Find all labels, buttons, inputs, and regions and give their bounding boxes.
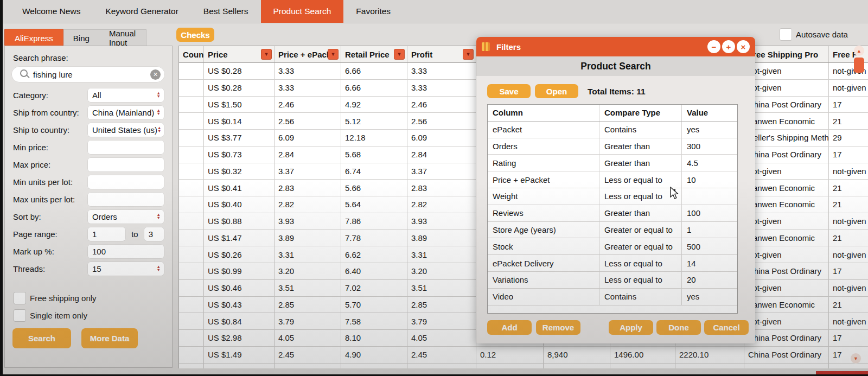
field-control[interactable]: China (Mainland) ▲▼ [87,105,164,120]
source-tab[interactable]: Bing [63,30,99,46]
dialog-title-bar[interactable]: Filters − + × [476,37,755,56]
filter-value[interactable]: yes [682,122,737,138]
filter-value[interactable]: 20 [682,272,737,288]
filter-value[interactable]: 500 [682,238,737,254]
column-header-country[interactable]: Country [179,46,204,62]
field-control[interactable]: All ▲▼ [87,88,164,103]
scroll-up-icon[interactable]: ▲ [854,46,864,56]
filter-value[interactable]: yes [682,289,737,305]
field-control[interactable]: United States (us) ▲▼ [87,123,164,137]
filter-compare-type[interactable]: Greater or equal to [599,238,682,254]
filter-row[interactable]: ePacket Delivery Less or equal to 14 [488,255,737,272]
column-header-retail-price[interactable]: Retail Price▼ [341,46,407,62]
filter-row[interactable]: Video Contains yes [488,289,737,305]
column-header-price[interactable]: Price▼ [204,46,275,62]
filter-compare-type[interactable]: Greater than [599,205,682,221]
filter-value[interactable]: 300 [682,138,737,155]
filter-compare-type[interactable]: Greater than [599,138,682,155]
field-control[interactable]: 15 ▲▼ [87,262,164,276]
maximize-icon[interactable]: + [722,40,735,53]
remove-button[interactable]: Remove [536,320,580,335]
checkbox[interactable] [14,292,26,304]
filter-row[interactable]: Price + ePacket Less or equal to 10 [488,171,737,188]
filter-row[interactable]: Store Age (years) Greater or equal to 1 [488,222,737,239]
source-tab[interactable]: Manual Input [99,30,146,46]
field-control[interactable]: ▲▼ [87,175,164,189]
table-row[interactable]: US $1.49 2.45 4.90 2.45 0.12 8,940 1496.… [179,347,868,364]
field-control[interactable]: ▲▼ [87,192,164,207]
field-control[interactable]: Orders ▲▼ [87,209,164,224]
checks-button[interactable]: Checks [176,28,214,42]
filter-value[interactable]: 4.5 [682,155,737,171]
column-header-price-epacket[interactable]: Price + ePacket▼ [275,46,341,62]
filter-compare-type[interactable]: Less or equal to [599,255,682,271]
filter-compare-type[interactable]: Less or equal to [599,272,682,288]
filter-row[interactable]: Reviews Greater than 100 [488,205,737,222]
filter-value[interactable]: 14 [682,255,737,271]
cell-country [179,113,204,129]
field-control[interactable]: 100 ▲▼ [87,244,164,259]
filter-value[interactable]: 100 [682,205,737,221]
cell-price: US $0.14 [204,113,275,129]
cancel-button[interactable]: Cancel [704,320,749,335]
more-data-button[interactable]: More Data [81,328,138,348]
main-tab-label: Best Sellers [203,7,248,16]
sidebar-field-row: Max units per lot: ▲▼ [13,192,164,207]
filter-row[interactable]: Rating Greater than 4.5 [488,155,737,171]
field-control[interactable]: ▲▼ [87,157,164,172]
filter-compare-type[interactable]: Contains [599,122,682,138]
checkbox[interactable] [14,309,26,322]
filter-dropdown-icon[interactable]: ▼ [394,49,405,60]
spinner-icon[interactable]: ▲▼ [157,92,163,99]
close-icon[interactable]: × [737,40,750,53]
open-button[interactable]: Open [535,84,578,98]
spinner-icon[interactable]: ▲▼ [157,213,163,220]
column-header-free-shipping[interactable]: Free Shipping Pro [744,46,829,62]
cell-price-epacket: 4.05 [275,330,341,346]
field-control-secondary[interactable]: 3 [144,227,164,241]
filter-row[interactable]: Orders Greater than 300 [488,138,737,155]
main-tab[interactable]: Favorites [343,0,403,23]
search-phrase-label: Search phrase: [13,53,68,62]
filter-compare-type[interactable]: Greater than [599,155,682,171]
scroll-down-icon[interactable]: ▼ [851,353,861,364]
table-row[interactable]: US $0.84 3.89 7.78 3.89 0.07 8,616 1436.… [179,364,868,369]
main-tab[interactable]: Product Search [261,0,344,23]
field-control[interactable]: ▲▼ [87,140,164,155]
column-header-profit[interactable]: Profit▼ [407,46,476,62]
search-input[interactable]: fishing lure × [11,66,165,82]
filter-value[interactable]: 10 [682,171,737,188]
filter-compare-type[interactable]: Less or equal to [599,171,682,188]
filter-value[interactable]: 1 [682,222,737,238]
sidebar-field-row: Ship to country: United States (us) ▲▼ [13,122,164,137]
filter-row[interactable]: Weight Less or equal to [488,188,737,205]
filter-compare-type[interactable]: Contains [599,289,682,305]
main-tab[interactable]: Best Sellers [191,0,261,23]
add-button[interactable]: Add [487,320,532,335]
minimize-icon[interactable]: − [707,40,720,53]
clear-icon[interactable]: × [150,69,161,80]
autosave-checkbox[interactable] [780,28,792,41]
spinner-icon[interactable]: ▲▼ [157,109,163,116]
spinner-icon[interactable]: ▲▼ [157,126,164,133]
vertical-scrollbar-thumb[interactable] [854,58,864,73]
source-tab[interactable]: AliExpress [4,29,63,46]
apply-button[interactable]: Apply [609,320,653,335]
filter-row[interactable]: Stock Greater or equal to 500 [488,238,737,255]
field-control[interactable]: 1 ▲▼ [87,227,126,241]
filter-dropdown-icon[interactable]: ▼ [463,49,474,60]
filter-dropdown-icon[interactable]: ▼ [261,49,272,60]
filter-compare-type[interactable]: Greater or equal to [599,222,682,238]
chevron-down-icon: ▼ [157,112,161,116]
main-tab[interactable]: Welcome News [10,0,93,23]
done-button[interactable]: Done [656,320,701,335]
search-button[interactable]: Search [12,328,71,348]
cell-free: not-given [829,80,868,96]
main-tab[interactable]: Keyword Generator [93,0,190,23]
filter-value[interactable] [682,188,737,205]
filter-row[interactable]: ePacket Contains yes [488,122,737,138]
filter-row[interactable]: Variations Less or equal to 20 [488,272,737,289]
spinner-icon[interactable]: ▲▼ [157,265,163,272]
filter-dropdown-icon[interactable]: ▼ [328,49,339,60]
save-button[interactable]: Save [487,84,531,98]
